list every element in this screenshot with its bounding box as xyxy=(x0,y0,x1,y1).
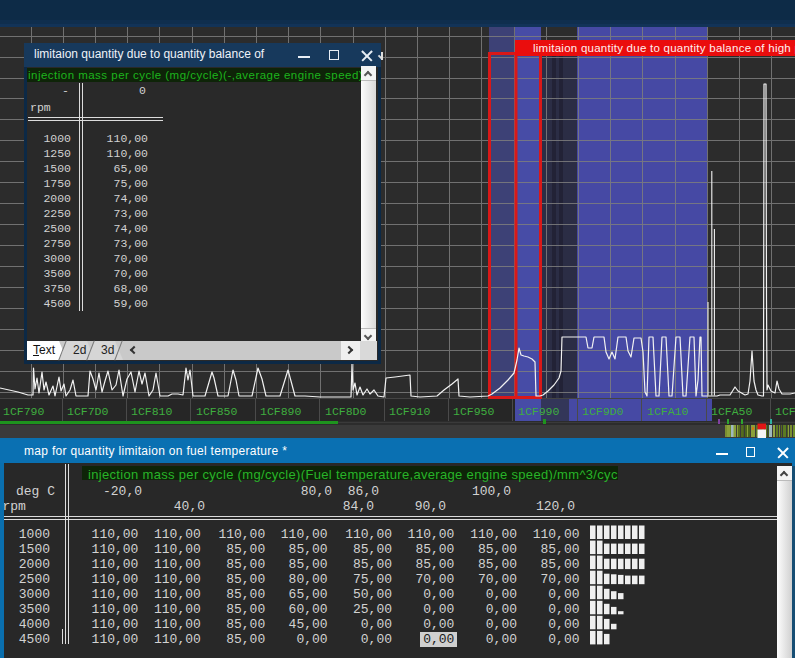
svg-text:1CF910: 1CF910 xyxy=(389,405,431,418)
svg-text:1CF950: 1CF950 xyxy=(453,405,495,418)
svg-text:1CFA10: 1CFA10 xyxy=(647,405,689,418)
svg-text:1CF810: 1CF810 xyxy=(131,405,173,418)
svg-text:1CFA90: 1CFA90 xyxy=(775,405,795,418)
svg-text:1CF990: 1CF990 xyxy=(518,405,560,418)
svg-text:1CF9D0: 1CF9D0 xyxy=(582,405,624,418)
svg-text:1CF790: 1CF790 xyxy=(3,405,45,418)
svg-text:1CF850: 1CF850 xyxy=(196,405,238,418)
svg-text:1CF7D0: 1CF7D0 xyxy=(67,405,109,418)
svg-text:1CFA50: 1CFA50 xyxy=(711,405,753,418)
svg-text:1CF890: 1CF890 xyxy=(260,405,302,418)
svg-text:1CF8D0: 1CF8D0 xyxy=(325,405,367,418)
